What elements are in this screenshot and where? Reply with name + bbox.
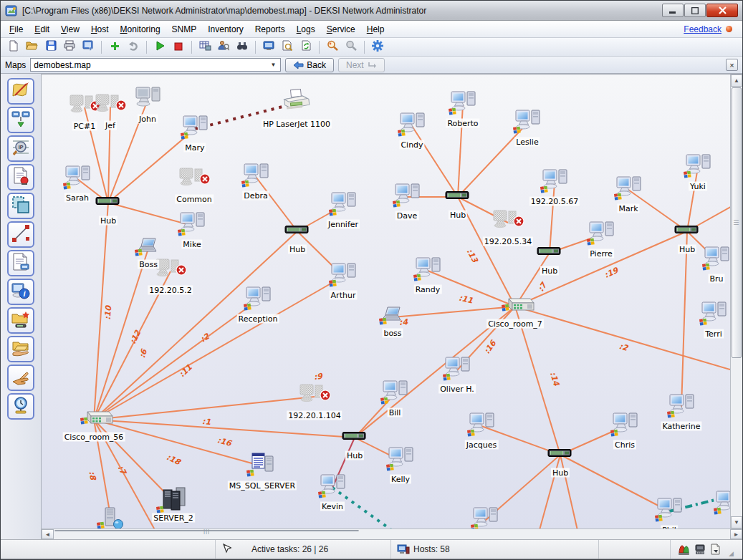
stop-monitoring-button[interactable] [170, 39, 187, 55]
sidebar-tool-ip-search[interactable]: IP [7, 135, 34, 162]
sidebar-tool-map-wizard[interactable] [7, 78, 34, 105]
sidebar-tool-response-time[interactable] [7, 393, 34, 420]
find-button[interactable] [234, 39, 251, 55]
node-leslie[interactable] [513, 109, 542, 137]
sidebar-tool-shared-folder[interactable] [7, 336, 34, 362]
node-hub[interactable] [537, 246, 562, 260]
node-oliver-h-[interactable] [443, 356, 471, 385]
add-host-button[interactable] [106, 39, 123, 55]
menu-item-edit[interactable]: Edit [29, 22, 55, 37]
find-host-button[interactable] [324, 39, 341, 55]
preview-button[interactable] [279, 39, 296, 55]
node-cindy[interactable] [398, 112, 426, 140]
node-rightpc[interactable] [714, 490, 730, 518]
node-boss[interactable] [379, 306, 406, 329]
node-hub[interactable] [547, 448, 573, 462]
sidebar-tool-network-discovery[interactable] [7, 107, 34, 133]
menu-item-service[interactable]: Service [321, 22, 361, 37]
node-tower1[interactable] [97, 507, 125, 528]
node-mary[interactable] [181, 115, 209, 143]
sidebar-tool-draw-link[interactable] [7, 221, 34, 248]
node-pierre[interactable] [587, 221, 615, 249]
hscroll-thumb[interactable]: ||| [54, 530, 359, 531]
open-map-button[interactable] [24, 39, 41, 55]
node-katherine[interactable] [667, 393, 696, 422]
scroll-up-button[interactable]: ▲ [731, 74, 742, 87]
menu-item-view[interactable]: View [55, 22, 85, 37]
node-kevin[interactable] [318, 473, 347, 502]
node-sarah[interactable] [63, 165, 92, 193]
node-terri[interactable] [699, 301, 728, 329]
node-phil[interactable] [655, 497, 684, 526]
node-reception[interactable] [244, 286, 272, 314]
scroll-left-button[interactable]: ◄ [42, 529, 54, 539]
title-bar[interactable]: [C:\Program Files (x86)\DEKSI Network Ad… [1, 1, 742, 21]
horizontal-scrollbar[interactable]: ◄ ||| ► [42, 528, 742, 539]
node-bottompc[interactable] [471, 506, 499, 528]
node-hp-laserjet-1100[interactable] [280, 89, 313, 117]
chevron-down-icon[interactable]: ▼ [269, 62, 277, 68]
network-map-canvas[interactable]: PC#1 Jef John Mary HP LaserJet 1100 Robe… [42, 74, 730, 528]
node-ms-sql-server[interactable] [246, 452, 278, 481]
node-roberto[interactable] [449, 90, 477, 119]
report-doc-icon[interactable] [710, 544, 721, 555]
sidebar-tool-alert-report[interactable] [7, 164, 34, 190]
node-cisco-room-56[interactable] [75, 409, 113, 430]
node-hub[interactable] [674, 224, 700, 238]
node-john[interactable] [133, 86, 162, 115]
node-mark[interactable] [614, 175, 643, 204]
print-button[interactable] [61, 39, 78, 55]
refresh-button[interactable] [297, 39, 315, 55]
find-next-button[interactable] [342, 39, 360, 55]
node-randy[interactable] [413, 256, 442, 285]
node-arthur[interactable] [329, 262, 358, 291]
menu-item-reports[interactable]: Reports [249, 22, 291, 37]
node-192-20-5-67[interactable] [540, 168, 569, 197]
sidebar-tool-host-info[interactable]: i [7, 279, 34, 305]
scroll-right-button[interactable]: ► [730, 529, 742, 539]
node-hub[interactable] [95, 195, 121, 210]
menu-item-logs[interactable]: Logs [291, 22, 321, 37]
menu-item-snmp[interactable]: SNMP [166, 22, 203, 37]
vscroll-thumb[interactable]: ||| [732, 87, 742, 358]
menu-item-file[interactable]: File [4, 22, 29, 37]
remote-screen-button[interactable] [260, 39, 277, 55]
node-192-20-5-2[interactable] [154, 257, 187, 286]
resize-grip[interactable]: ◢ [725, 540, 735, 559]
node-bill[interactable] [380, 380, 409, 408]
device-monitor-icon[interactable] [694, 544, 706, 555]
node-server-2[interactable] [156, 486, 191, 516]
user-search-button[interactable] [215, 39, 232, 55]
vertical-scrollbar[interactable]: ▲ ||| ▼ [730, 74, 742, 528]
node-chris[interactable] [610, 412, 639, 440]
sidebar-tool-select-area[interactable] [7, 193, 34, 219]
node-bru[interactable] [702, 246, 730, 274]
node-192-20-1-104[interactable] [298, 382, 331, 411]
menu-item-monitoring[interactable]: Monitoring [115, 22, 166, 37]
node-yuki[interactable] [684, 153, 712, 182]
node-hub[interactable] [342, 430, 368, 445]
sidebar-tool-host-report[interactable] [7, 250, 34, 276]
node-192-20-5-34[interactable] [492, 208, 524, 237]
sidebar-tool-pointer[interactable] [7, 365, 34, 391]
node-debra[interactable] [241, 163, 270, 191]
node-hub[interactable] [284, 224, 310, 238]
save-map-button[interactable] [42, 39, 59, 55]
menu-item-host[interactable]: Host [85, 22, 115, 37]
new-map-button[interactable] [5, 39, 22, 55]
node-jennifer[interactable] [329, 191, 358, 220]
node-hub[interactable] [445, 190, 471, 204]
minimize-button[interactable] [662, 4, 684, 17]
close-button[interactable] [706, 4, 738, 17]
start-monitoring-button[interactable] [151, 39, 168, 55]
export-view-button[interactable] [80, 39, 97, 55]
menu-item-help[interactable]: Help [361, 22, 390, 37]
next-button[interactable]: Next [338, 58, 385, 72]
sidebar-tool-add-host-folder[interactable] [7, 307, 34, 334]
node-cisco-room-7[interactable] [496, 296, 535, 317]
close-map-pane-button[interactable]: × [726, 59, 738, 71]
node-dave[interactable] [393, 183, 421, 211]
node-common[interactable] [178, 166, 211, 195]
node-jacques[interactable] [467, 412, 496, 440]
node-jef[interactable] [94, 92, 127, 121]
